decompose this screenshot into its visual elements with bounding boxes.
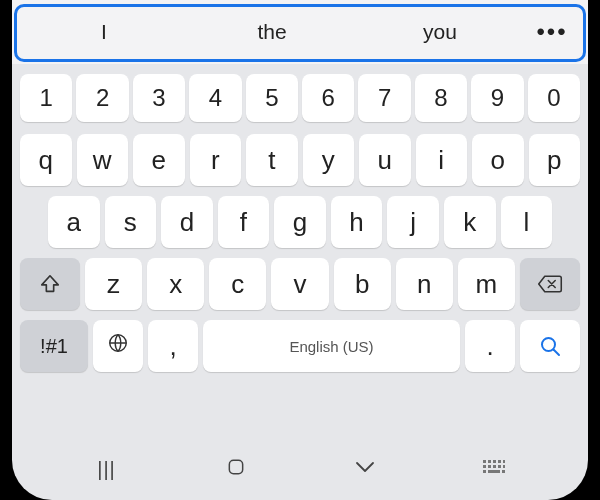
key-l[interactable]: l — [501, 196, 553, 248]
key-1[interactable]: 1 — [20, 74, 72, 122]
key-d[interactable]: d — [161, 196, 213, 248]
globe-icon — [107, 332, 129, 360]
key-i[interactable]: i — [416, 134, 468, 186]
svg-rect-15 — [488, 470, 500, 473]
backspace-icon — [537, 274, 563, 294]
key-0[interactable]: 0 — [528, 74, 580, 122]
svg-rect-8 — [503, 460, 505, 463]
key-7[interactable]: 7 — [358, 74, 410, 122]
svg-rect-7 — [498, 460, 501, 463]
key-3[interactable]: 3 — [133, 74, 185, 122]
key-x[interactable]: x — [147, 258, 204, 310]
key-4[interactable]: 4 — [189, 74, 241, 122]
key-r[interactable]: r — [190, 134, 242, 186]
key-z[interactable]: z — [85, 258, 142, 310]
key-c[interactable]: c — [209, 258, 266, 310]
more-suggestions-button[interactable]: ••• — [524, 18, 580, 46]
chevron-down-icon — [353, 459, 377, 479]
bottom-letter-row: z x c v b n m — [20, 258, 580, 310]
key-m[interactable]: m — [458, 258, 515, 310]
backspace-key[interactable] — [520, 258, 580, 310]
key-2[interactable]: 2 — [76, 74, 128, 122]
key-k[interactable]: k — [444, 196, 496, 248]
key-f[interactable]: f — [218, 196, 270, 248]
svg-rect-9 — [483, 465, 486, 468]
nav-recents[interactable]: ||| — [72, 458, 142, 481]
keyboard: 1 2 3 4 5 6 7 8 9 0 q w e r t y u i o p … — [12, 64, 588, 388]
key-6[interactable]: 6 — [302, 74, 354, 122]
suggestion-2[interactable]: the — [188, 20, 356, 44]
mid-letter-row: a s d f g h j k l — [20, 196, 580, 248]
svg-rect-6 — [493, 460, 496, 463]
svg-line-2 — [554, 350, 560, 356]
symbols-key[interactable]: !#1 — [20, 320, 88, 372]
key-9[interactable]: 9 — [471, 74, 523, 122]
comma-key[interactable]: , — [148, 320, 198, 372]
language-key[interactable] — [93, 320, 143, 372]
key-j[interactable]: j — [387, 196, 439, 248]
spacebar-row: !#1 , English (US) . — [20, 320, 580, 372]
suggestion-3[interactable]: you — [356, 20, 524, 44]
key-y[interactable]: y — [303, 134, 355, 186]
period-key[interactable]: . — [465, 320, 515, 372]
key-g[interactable]: g — [274, 196, 326, 248]
svg-rect-16 — [502, 470, 505, 473]
nav-home[interactable] — [201, 457, 271, 481]
nav-back[interactable] — [330, 459, 400, 479]
key-b[interactable]: b — [334, 258, 391, 310]
keyboard-collapse-icon — [483, 460, 505, 478]
navigation-bar: ||| — [12, 450, 588, 488]
suggestion-bar: I the you ••• — [12, 0, 588, 64]
svg-rect-11 — [493, 465, 496, 468]
svg-rect-13 — [503, 465, 505, 468]
number-row: 1 2 3 4 5 6 7 8 9 0 — [20, 74, 580, 122]
suggestion-1[interactable]: I — [20, 20, 188, 44]
home-icon — [226, 457, 246, 481]
shift-key[interactable] — [20, 258, 80, 310]
svg-rect-5 — [488, 460, 491, 463]
key-p[interactable]: p — [529, 134, 581, 186]
svg-rect-10 — [488, 465, 491, 468]
svg-rect-4 — [483, 460, 486, 463]
spacebar[interactable]: English (US) — [203, 320, 460, 372]
search-icon — [538, 334, 562, 358]
key-u[interactable]: u — [359, 134, 411, 186]
key-h[interactable]: h — [331, 196, 383, 248]
key-s[interactable]: s — [105, 196, 157, 248]
key-v[interactable]: v — [271, 258, 328, 310]
shift-icon — [39, 273, 61, 295]
top-letter-row: q w e r t y u i o p — [20, 134, 580, 186]
key-q[interactable]: q — [20, 134, 72, 186]
key-n[interactable]: n — [396, 258, 453, 310]
key-o[interactable]: o — [472, 134, 524, 186]
key-w[interactable]: w — [77, 134, 129, 186]
svg-rect-12 — [498, 465, 501, 468]
key-e[interactable]: e — [133, 134, 185, 186]
key-a[interactable]: a — [48, 196, 100, 248]
svg-rect-14 — [483, 470, 486, 473]
key-8[interactable]: 8 — [415, 74, 467, 122]
key-t[interactable]: t — [246, 134, 298, 186]
nav-keyboard-collapse[interactable] — [459, 460, 529, 478]
svg-rect-3 — [229, 460, 242, 473]
search-key[interactable] — [520, 320, 580, 372]
key-5[interactable]: 5 — [246, 74, 298, 122]
phone-frame: I the you ••• 1 2 3 4 5 6 7 8 9 0 q w e … — [12, 0, 588, 500]
